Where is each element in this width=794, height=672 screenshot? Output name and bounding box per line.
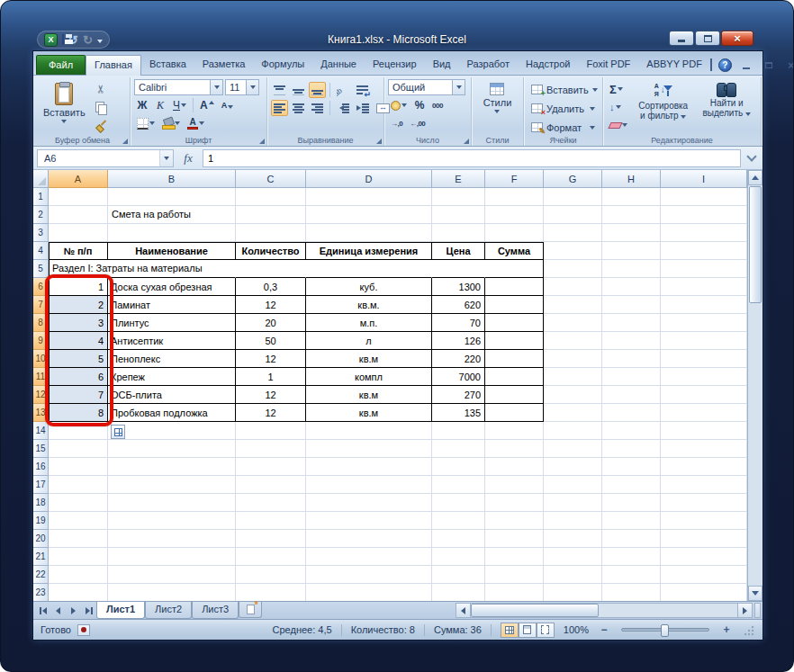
- cell-I15[interactable]: [661, 440, 747, 458]
- horizontal-scroll-track[interactable]: [471, 604, 737, 617]
- cell-F1[interactable]: [485, 188, 544, 206]
- restore-button[interactable]: [695, 31, 720, 46]
- cell-H5[interactable]: [602, 260, 661, 278]
- cell-F8[interactable]: [485, 314, 544, 332]
- cell-E19[interactable]: [432, 512, 485, 530]
- last-sheet-button[interactable]: [81, 604, 96, 617]
- delete-cells-button[interactable]: × Удалить: [528, 100, 599, 117]
- align-top-button[interactable]: [271, 82, 288, 98]
- cell-H17[interactable]: [602, 476, 661, 494]
- row-header-22[interactable]: 22: [33, 566, 49, 584]
- scroll-left-button[interactable]: [456, 604, 471, 617]
- cell-G21[interactable]: [544, 548, 602, 566]
- cell-D18[interactable]: [306, 494, 432, 512]
- cell-I18[interactable]: [661, 494, 747, 512]
- cell-A1[interactable]: [49, 188, 108, 206]
- column-header-H[interactable]: H: [602, 170, 661, 188]
- cell-H8[interactable]: [602, 314, 661, 332]
- ribbon-tab-view[interactable]: Вид: [425, 55, 459, 75]
- cell-C1[interactable]: [236, 188, 306, 206]
- cell-I16[interactable]: [661, 458, 747, 476]
- cell-I7[interactable]: [661, 296, 747, 314]
- cell-C22[interactable]: [236, 566, 306, 584]
- cell-G5[interactable]: [544, 260, 602, 278]
- cell-A19[interactable]: [49, 512, 108, 530]
- cell-B11[interactable]: Крепеж: [108, 368, 236, 386]
- cell-E9[interactable]: 126: [432, 332, 485, 350]
- comma-style-button[interactable]: 000: [429, 97, 446, 113]
- auto-fill-options-button[interactable]: [111, 425, 125, 439]
- cell-A14[interactable]: [49, 422, 108, 440]
- cell-E21[interactable]: [432, 548, 485, 566]
- row-header-10[interactable]: 10: [33, 350, 49, 368]
- cell-F17[interactable]: [485, 476, 544, 494]
- minimize-ribbon-button[interactable]: [710, 60, 712, 71]
- cell-D1[interactable]: [306, 188, 432, 206]
- cell-G12[interactable]: [544, 386, 602, 404]
- workbook-close-button[interactable]: [783, 58, 794, 72]
- clipboard-dialog-launcher[interactable]: [121, 137, 128, 144]
- tab-split-handle[interactable]: [754, 603, 761, 618]
- cell-D6[interactable]: куб.: [306, 278, 432, 296]
- cell-B7[interactable]: Ламинат: [108, 296, 236, 314]
- cell-C21[interactable]: [236, 548, 306, 566]
- ribbon-tab-insert[interactable]: Вставка: [141, 55, 194, 75]
- cell-D8[interactable]: м.п.: [306, 314, 432, 332]
- ribbon-tab-layout[interactable]: Разметка: [194, 55, 254, 75]
- column-header-A[interactable]: A: [49, 170, 108, 188]
- cell-C7[interactable]: 12: [236, 296, 306, 314]
- sheet-tab-1[interactable]: Лист1: [96, 602, 145, 619]
- cell-E3[interactable]: [432, 224, 485, 242]
- cell-A21[interactable]: [49, 548, 108, 566]
- cell-D22[interactable]: [306, 566, 432, 584]
- italic-button[interactable]: К: [152, 97, 168, 113]
- align-bottom-button[interactable]: [309, 82, 326, 98]
- cell-C19[interactable]: [236, 512, 306, 530]
- format-painter-button[interactable]: [93, 117, 110, 133]
- cell-I22[interactable]: [661, 566, 747, 584]
- scroll-up-button[interactable]: [748, 170, 762, 185]
- row-header-12[interactable]: 12: [33, 386, 49, 404]
- cell-A12[interactable]: 7: [49, 386, 108, 404]
- cell-D4[interactable]: Единица измерения: [306, 242, 432, 260]
- cell-A11[interactable]: 6: [49, 368, 108, 386]
- cell-H7[interactable]: [602, 296, 661, 314]
- previous-sheet-button[interactable]: [50, 604, 66, 617]
- row-header-16[interactable]: 16: [33, 458, 49, 476]
- align-middle-button[interactable]: [290, 82, 307, 98]
- ribbon-tab-abbyy[interactable]: ABBYY PDF: [638, 55, 710, 75]
- row-header-7[interactable]: 7: [33, 296, 49, 314]
- cell-F2[interactable]: [485, 206, 544, 224]
- cell-I17[interactable]: [661, 476, 747, 494]
- cell-B16[interactable]: [108, 458, 236, 476]
- row-header-19[interactable]: 19: [33, 512, 49, 530]
- cell-H16[interactable]: [602, 458, 661, 476]
- cell-E13[interactable]: 135: [432, 404, 485, 422]
- cell-E22[interactable]: [432, 566, 485, 584]
- formula-input[interactable]: 1: [203, 149, 741, 167]
- cell-F11[interactable]: [485, 368, 544, 386]
- next-sheet-button[interactable]: [66, 604, 81, 617]
- underline-button[interactable]: Ч: [170, 97, 189, 113]
- cell-F21[interactable]: [485, 548, 544, 566]
- cell-H1[interactable]: [602, 188, 661, 206]
- expand-formula-bar-button[interactable]: [744, 156, 759, 160]
- cell-G23[interactable]: [544, 584, 602, 601]
- cell-A16[interactable]: [49, 458, 108, 476]
- cell-B21[interactable]: [108, 548, 236, 566]
- align-right-button[interactable]: [309, 100, 326, 116]
- cell-B6[interactable]: Доска сухая обрезная: [108, 278, 236, 296]
- cell-C17[interactable]: [236, 476, 306, 494]
- cell-G8[interactable]: [544, 314, 602, 332]
- clear-button[interactable]: [607, 117, 630, 133]
- cell-G7[interactable]: [544, 296, 602, 314]
- row-header-18[interactable]: 18: [33, 494, 49, 512]
- alignment-dialog-launcher[interactable]: [374, 137, 382, 144]
- fill-button[interactable]: [607, 99, 624, 115]
- sort-filter-button[interactable]: Сортировка и фильтр: [633, 79, 694, 124]
- cell-G11[interactable]: [544, 368, 602, 386]
- cell-D10[interactable]: кв.м: [306, 350, 432, 368]
- cell-B18[interactable]: [108, 494, 236, 512]
- decrease-font-button[interactable]: А: [219, 97, 237, 113]
- cell-E7[interactable]: 620: [432, 296, 485, 314]
